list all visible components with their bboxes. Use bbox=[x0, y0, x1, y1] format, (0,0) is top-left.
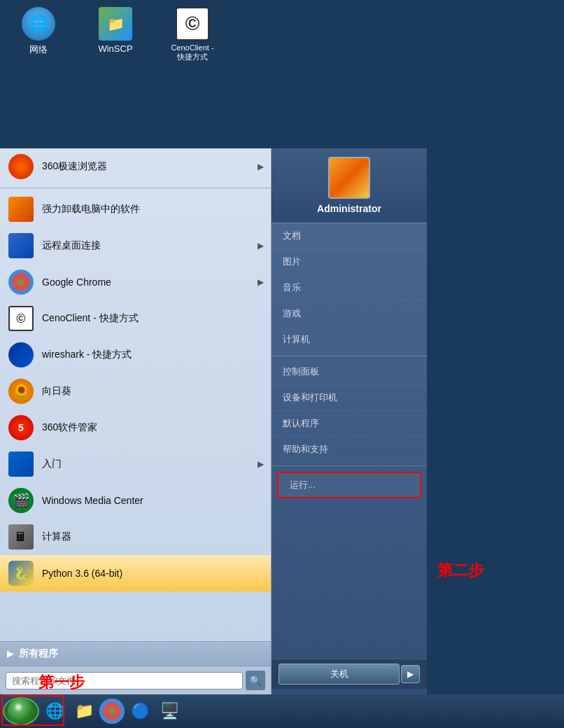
run-button[interactable]: 运行... bbox=[277, 472, 421, 498]
icon-chrome bbox=[8, 270, 34, 295]
menu-item-calculator-label: 计算器 bbox=[42, 531, 264, 543]
menu-item-360browser-label: 360极速浏览器 bbox=[42, 160, 258, 173]
right-item-music[interactable]: 音乐 bbox=[272, 275, 427, 301]
menu-item-python-label: Python 3.6 (64-bit) bbox=[42, 568, 264, 579]
right-item-computer[interactable]: 计算机 bbox=[272, 327, 427, 353]
search-button[interactable]: 🔍 bbox=[246, 671, 265, 690]
menu-item-uninstall-label: 强力卸载电脑中的软件 bbox=[42, 203, 264, 216]
all-programs-label: 所有程序 bbox=[19, 648, 58, 660]
menu-item-python[interactable]: 🐍 Python 3.6 (64-bit) bbox=[0, 555, 271, 592]
start-button-inner bbox=[8, 698, 34, 724]
menu-item-getstarted-label: 入门 bbox=[42, 458, 258, 470]
desktop-icons: 🌐 网络 📁 WinSCP © CenoClient - 快捷方式 bbox=[0, 0, 231, 69]
menu-item-getstarted[interactable]: 入门 ▶ bbox=[0, 446, 271, 482]
icon-wmc: 🎬 bbox=[8, 488, 34, 513]
separator-1 bbox=[0, 188, 271, 188]
desktop-icon-cenoclient[interactable]: © CenoClient - 快捷方式 bbox=[168, 7, 217, 62]
user-section: Administrator bbox=[272, 148, 427, 223]
menu-item-360mgr[interactable]: 5 360软件管家 bbox=[0, 410, 271, 446]
desktop-icon-cenoclient-label: CenoClient - 快捷方式 bbox=[168, 43, 217, 62]
icon-remote bbox=[8, 233, 34, 258]
arrow-icon-8: ▶ bbox=[258, 459, 264, 469]
menu-item-360mgr-label: 360软件管家 bbox=[42, 421, 264, 434]
right-separator-2 bbox=[272, 465, 427, 466]
right-item-controlpanel[interactable]: 控制面板 bbox=[272, 359, 427, 385]
icon-uninstall bbox=[8, 197, 34, 222]
desktop: 🌐 网络 📁 WinSCP © CenoClient - 快捷方式 360 bbox=[0, 0, 564, 728]
arrow-icon-3: ▶ bbox=[258, 277, 264, 287]
icon-cenoclient-menu: © bbox=[8, 306, 34, 331]
desktop-icon-network[interactable]: 🌐 网络 bbox=[14, 7, 63, 62]
arrow-icon-0: ▶ bbox=[258, 162, 264, 172]
icon-sunflower: 🌻 bbox=[8, 379, 34, 404]
network-icon: 🌐 bbox=[22, 7, 55, 41]
desktop-icon-network-label: 网络 bbox=[29, 43, 48, 56]
run-label: 运行... bbox=[290, 479, 316, 491]
icon-360browser bbox=[8, 154, 34, 179]
menu-item-wireshark-label: wireshark - 快捷方式 bbox=[42, 349, 264, 361]
icon-wireshark bbox=[8, 342, 34, 368]
menu-item-calculator[interactable]: 🖩 计算器 bbox=[0, 519, 271, 555]
right-item-pictures[interactable]: 图片 bbox=[272, 249, 427, 275]
desktop-icon-winscp[interactable]: 📁 WinSCP bbox=[91, 7, 140, 62]
taskbar-chrome2-icon[interactable]: 🔵 bbox=[126, 698, 154, 724]
taskbar-explorer-icon[interactable]: 📁 bbox=[70, 698, 98, 724]
menu-item-360browser[interactable]: 360极速浏览器 ▶ bbox=[0, 148, 271, 185]
desktop-icon-winscp-label: WinSCP bbox=[98, 43, 132, 54]
cenoclient-desktop-icon: © bbox=[176, 7, 209, 41]
user-name: Administrator bbox=[317, 203, 381, 214]
taskbar-ie-icon[interactable]: 🌐 bbox=[41, 698, 69, 724]
menu-items-list: 360极速浏览器 ▶ 强力卸载电脑中的软件 远程桌面连接 ▶ bbox=[0, 148, 271, 641]
menu-item-cenoclient[interactable]: © CenoClient - 快捷方式 bbox=[0, 300, 271, 337]
menu-item-uninstall[interactable]: 强力卸载电脑中的软件 bbox=[0, 191, 271, 227]
icon-python: 🐍 bbox=[8, 561, 34, 586]
icon-calc: 🖩 bbox=[8, 524, 34, 550]
menu-item-remote[interactable]: 远程桌面连接 ▶ bbox=[0, 227, 271, 264]
menu-item-wmc[interactable]: 🎬 Windows Media Center bbox=[0, 482, 271, 519]
menu-item-sunflower[interactable]: 🌻 向日葵 bbox=[0, 373, 271, 410]
winscp-icon: 📁 bbox=[99, 7, 132, 41]
right-item-documents[interactable]: 文档 bbox=[272, 223, 427, 249]
start-button[interactable] bbox=[3, 697, 39, 725]
menu-item-chrome-label: Google Chrome bbox=[42, 276, 258, 288]
start-menu: 360极速浏览器 ▶ 强力卸载电脑中的软件 远程桌面连接 ▶ bbox=[0, 148, 427, 694]
icon-360mgr: 5 bbox=[8, 415, 34, 440]
right-separator-1 bbox=[272, 356, 427, 356]
right-item-games[interactable]: 游戏 bbox=[272, 301, 427, 327]
menu-item-sunflower-label: 向日葵 bbox=[42, 385, 264, 398]
left-panel: 360极速浏览器 ▶ 强力卸载电脑中的软件 远程桌面连接 ▶ bbox=[0, 148, 272, 694]
taskbar-chrome-icon[interactable] bbox=[99, 699, 125, 724]
right-item-devices[interactable]: 设备和打印机 bbox=[272, 385, 427, 411]
shutdown-button[interactable]: 关机 bbox=[279, 664, 400, 685]
all-programs-arrow-icon: ▶ bbox=[7, 649, 13, 659]
right-panel: Administrator 文档 图片 音乐 游戏 计算机 控制面板 设 bbox=[272, 148, 427, 694]
taskbar-monitor-icon[interactable]: 🖥️ bbox=[155, 698, 183, 724]
menu-item-remote-label: 远程桌面连接 bbox=[42, 239, 258, 252]
taskbar: 🌐 📁 🔵 🖥️ bbox=[0, 694, 564, 728]
arrow-icon-2: ▶ bbox=[258, 241, 264, 251]
menu-item-cenoclient-label: CenoClient - 快捷方式 bbox=[42, 312, 264, 325]
shutdown-arrow-button[interactable]: ▶ bbox=[401, 665, 420, 683]
all-programs-button[interactable]: ▶ 所有程序 bbox=[0, 641, 271, 666]
icon-getstarted bbox=[8, 451, 34, 477]
user-avatar bbox=[328, 157, 370, 199]
step2-label: 第二步 bbox=[437, 560, 484, 581]
right-item-help[interactable]: 帮助和支持 bbox=[272, 437, 427, 463]
step1-label: 第一步 bbox=[38, 672, 85, 693]
menu-item-chrome[interactable]: Google Chrome ▶ bbox=[0, 264, 271, 300]
menu-item-wireshark[interactable]: wireshark - 快捷方式 bbox=[0, 337, 271, 373]
right-item-defaultprograms[interactable]: 默认程序 bbox=[272, 411, 427, 437]
menu-item-wmc-label: Windows Media Center bbox=[42, 495, 264, 506]
shutdown-bar: 关机 ▶ bbox=[272, 659, 427, 689]
